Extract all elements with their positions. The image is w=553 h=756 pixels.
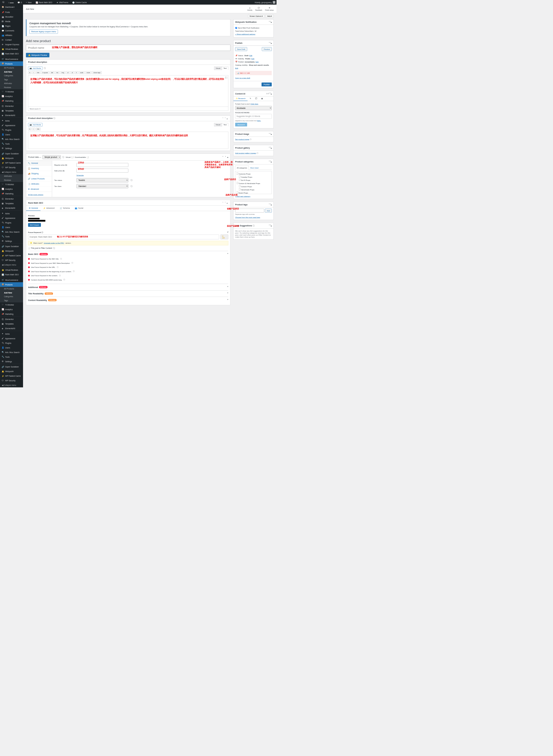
menu-products[interactable]: 📦Products xyxy=(0,61,23,66)
dup4-wsec[interactable]: 🛡WP Security xyxy=(0,379,23,383)
finish-setup-icon[interactable]: ⚙Finish setup xyxy=(265,7,273,11)
activity-icon[interactable]: 🏳Activity xyxy=(247,7,252,11)
product-type-select[interactable]: Simple product xyxy=(43,155,61,159)
dup4-marketing[interactable]: 📣Marketing xyxy=(0,312,23,316)
add-tag-button[interactable]: Add xyxy=(265,209,272,213)
send-push-label[interactable]: Send Web Push Notification xyxy=(235,26,272,29)
stb-b[interactable]: b xyxy=(28,128,32,131)
ptab-inventory[interactable]: 📋 Inventory xyxy=(26,166,52,171)
copy-draft-link[interactable]: Copy to a new draft xyxy=(235,77,250,79)
rmtab-advanced[interactable]: ⚡ Advanced xyxy=(41,205,57,211)
title-readability-header[interactable]: Title Readability 4 Errors˅ xyxy=(28,292,228,295)
dup3-tags[interactable]: Tags xyxy=(0,299,23,303)
dup4-appearance[interactable]: 🖌Appearance xyxy=(0,336,23,341)
cat-item[interactable]: Costume Props xyxy=(236,172,271,175)
here-link[interactable]: here. xyxy=(257,119,261,121)
dup-elementor[interactable]: ⒺElementor xyxy=(0,197,23,201)
dup-users[interactable]: 👤Users xyxy=(0,225,23,230)
pdata-collapse[interactable]: ▴ xyxy=(227,156,228,158)
dup4-templates[interactable]: ▦Templates xyxy=(0,322,23,326)
tags-input[interactable] xyxy=(235,209,264,213)
screen-options-button[interactable]: Screen Options ▾ xyxy=(248,14,264,18)
tax-status-help[interactable]: ⓘ xyxy=(131,179,133,181)
sub-reviews[interactable]: Reviews xyxy=(0,86,23,90)
cat-item[interactable]: Cosplay Props xyxy=(236,175,271,179)
dup-plugins[interactable]: 🔌Plugins xyxy=(0,220,23,225)
dup4-tools[interactable]: 🔧Tools xyxy=(0,354,23,359)
dup-ss[interactable]: 🔗Super Socializer xyxy=(0,244,23,249)
dup4-plugins[interactable]: 🔌Plugins xyxy=(0,341,23,345)
collapse-menu[interactable]: ◀ Collapse menu xyxy=(0,170,23,175)
help-button[interactable]: Help ▾ xyxy=(265,14,273,18)
dup3-rm[interactable]: 📊Rank Math SEO xyxy=(0,272,23,277)
pdata-up[interactable]: ˄ xyxy=(222,156,224,158)
dup-marketing[interactable]: 📣Marketing xyxy=(0,191,23,196)
site-home[interactable]: ⌂ ▬▬ xyxy=(7,0,15,5)
menu-marketing[interactable]: 📣Marketing xyxy=(0,98,23,103)
cat-item[interactable]: Custom & Handmade Props xyxy=(236,182,271,185)
menu-appearance[interactable]: 🖌Appearance xyxy=(0,123,23,128)
tb-img[interactable]: img xyxy=(60,71,65,74)
dup-ti[interactable]: ♡TI Wishlist xyxy=(0,182,23,187)
webpushr-preview-button[interactable]: 🔔 Webpushr Preview xyxy=(26,53,49,58)
dup-collapse[interactable]: ◀ Collapse menu xyxy=(0,263,23,267)
tax-class-help[interactable]: ⓘ xyxy=(131,185,133,187)
menu-elementor[interactable]: ⒺElementor xyxy=(0,104,23,108)
tb-link[interactable]: link xyxy=(36,71,41,74)
fullscreen-icon[interactable]: ⛶ xyxy=(225,77,227,79)
menu-astra[interactable]: ✦Astra xyxy=(0,118,23,123)
dup4-collapse[interactable]: ◀ Collapse menu xyxy=(0,383,23,388)
cat-item[interactable]: Handmade Props xyxy=(236,188,271,191)
virtual-checkbox-label[interactable]: Virtual: xyxy=(66,156,73,158)
menu-webpushr[interactable]: 🔔Webpushr xyxy=(0,156,23,161)
tb-li[interactable]: li xyxy=(75,71,78,74)
rankmath-tb[interactable]: 📈 Rank Math SEO xyxy=(34,0,54,5)
cai-research-tab[interactable]: ✨ Research xyxy=(234,96,248,101)
menu-woocommerce[interactable]: 🛒WooCommerce xyxy=(0,57,23,61)
help-icon[interactable]: ⓘ xyxy=(44,67,46,70)
cai-chat-tab[interactable]: 💬 xyxy=(253,96,259,101)
dup3-all[interactable]: All Products xyxy=(0,287,23,291)
menu-analytics[interactable]: 📈Analytics xyxy=(0,94,23,98)
menu-woowbot[interactable]: 🤖WoowBot xyxy=(0,15,23,19)
help-icon[interactable]: ⓘ xyxy=(62,156,64,158)
dup4-analytics[interactable]: 📈Analytics xyxy=(0,307,23,312)
dup3-prod[interactable]: 📦Products xyxy=(0,282,23,287)
pushr-collapse[interactable]: ▴ xyxy=(271,21,272,23)
dup4-ss[interactable]: 🔗Super Socializer xyxy=(0,364,23,369)
menu-tools[interactable]: 🔧Tools xyxy=(0,142,23,146)
add-media-button[interactable]: 📷 Add Media xyxy=(28,67,43,70)
menu-virtualreviews[interactable]: ⭐Virtual Reviews xyxy=(0,47,23,52)
dup-settings[interactable]: ⚙Settings xyxy=(0,239,23,243)
dup4-elementskit[interactable]: ◈ElementsKit xyxy=(0,326,23,331)
dup4-wfc[interactable]: ⚡WP Fastest Cache xyxy=(0,374,23,379)
virtual-checkbox[interactable] xyxy=(71,156,73,158)
short-toggle-collapse[interactable]: ▴ xyxy=(226,117,228,119)
dup4-settings[interactable]: ⚙Settings xyxy=(0,359,23,364)
send-push-checkbox[interactable] xyxy=(235,27,237,29)
tb-ol[interactable]: ol xyxy=(70,71,74,74)
desc-editor[interactable]: ⛶ 这里输入产品的长描述，可以包括具体产品的关键词变体（如主关键词是toilet… xyxy=(28,75,228,107)
dup3-vr[interactable]: ⭐Virtual Reviews xyxy=(0,268,23,272)
reg-price-input[interactable] xyxy=(77,163,129,167)
menu-adv-woo[interactable]: 🔍Adv. Woo Search xyxy=(0,137,23,142)
dup-tools[interactable]: 🔧Tools xyxy=(0,234,23,239)
menu-contact[interactable]: ✉Contact xyxy=(0,38,23,43)
sub-attributes[interactable]: Attributes xyxy=(0,82,23,86)
dup-templates[interactable]: ▦Templates xyxy=(0,201,23,206)
save-draft-button[interactable]: Save Draft xyxy=(235,47,247,51)
menu-ti-wishlist[interactable]: ♡TI Wishlist xyxy=(0,89,23,94)
upgrade-link[interactable]: Upgrade today to the PRO xyxy=(44,242,64,244)
new-content[interactable]: + New xyxy=(25,0,33,5)
choose-tags-link[interactable]: Choose from the most used tags xyxy=(235,216,260,218)
cai-write-tab[interactable]: ✎ xyxy=(248,96,253,101)
preview-button[interactable]: Preview xyxy=(262,47,271,51)
tb-close[interactable]: close tags xyxy=(92,71,102,74)
publish-button[interactable]: Publish xyxy=(261,83,271,87)
tb-del[interactable]: del xyxy=(50,71,55,74)
dup-appearance[interactable]: 🖌Appearance xyxy=(0,216,23,220)
dup-wsec[interactable]: 🛡WP Security xyxy=(0,258,23,263)
dup4-users[interactable]: 👤Users xyxy=(0,345,23,350)
dup-wfc[interactable]: ⚡WP Fastest Cache xyxy=(0,253,23,258)
menu-affiliates[interactable]: 👥Affiliates xyxy=(0,33,23,38)
